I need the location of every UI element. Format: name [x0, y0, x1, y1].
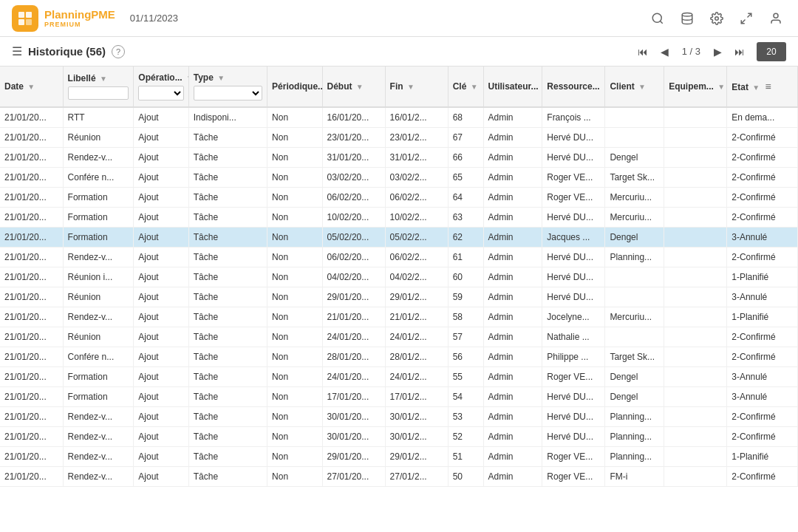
- table-row[interactable]: 21/01/20...RéunionAjoutTâcheNon23/01/20.…: [0, 128, 798, 148]
- table-cell: Ajout: [134, 287, 188, 307]
- col-header-periodique[interactable]: Périodique... ▼: [267, 66, 322, 107]
- col-header-debut[interactable]: Début ▼: [322, 66, 385, 107]
- table-cell: 21/01/20...: [0, 347, 63, 367]
- col-header-fin[interactable]: Fin ▼: [385, 66, 448, 107]
- col-header-cle[interactable]: Clé ▼: [448, 66, 483, 107]
- libelle-filter-input[interactable]: [68, 86, 129, 100]
- table-cell: Non: [267, 327, 322, 347]
- menu-icon[interactable]: ☰: [12, 44, 22, 58]
- col-header-date[interactable]: Date ▼: [0, 66, 63, 107]
- table-cell: Tâche: [188, 128, 267, 148]
- table-cell: Confére n...: [63, 347, 134, 367]
- table-row[interactable]: 21/01/20...Rendez-v...AjoutTâcheNon21/01…: [0, 307, 798, 327]
- col-header-equipement[interactable]: Equipem... ▼: [664, 66, 727, 107]
- table-cell: Admin: [483, 128, 542, 148]
- table-cell: [664, 107, 727, 128]
- table-cell: Ajout: [134, 188, 188, 208]
- type-filter-select[interactable]: Tâche Indisponibilité: [194, 86, 262, 100]
- col-etat-menu-icon[interactable]: ≡: [765, 81, 771, 92]
- table-cell: 29/01/20...: [322, 447, 385, 467]
- table-row[interactable]: 21/01/20...Rendez-v...AjoutTâcheNon30/01…: [0, 427, 798, 447]
- table-cell: FM-i: [605, 467, 664, 487]
- table-row[interactable]: 21/01/20...Confére n...AjoutTâcheNon03/0…: [0, 168, 798, 188]
- table-row[interactable]: 21/01/20...FormationAjoutTâcheNon06/02/2…: [0, 188, 798, 208]
- table-cell: 27/01/2...: [385, 467, 448, 487]
- first-page-button[interactable]: ⏮: [633, 42, 652, 61]
- col-header-utilisateur[interactable]: Utilisateur... ▼: [483, 66, 542, 107]
- table-cell: 06/02/20...: [322, 248, 385, 267]
- svg-rect-1: [26, 12, 32, 18]
- table-cell: [664, 427, 727, 447]
- table-cell: 60: [448, 267, 483, 287]
- table-cell: Non: [267, 107, 322, 128]
- table-row[interactable]: 21/01/20...Rendez-v...AjoutTâcheNon27/01…: [0, 467, 798, 487]
- help-icon[interactable]: ?: [112, 45, 125, 58]
- table-row[interactable]: 21/01/20...Rendez-v...AjoutTâcheNon06/02…: [0, 248, 798, 267]
- table-cell: 29/01/20...: [322, 287, 385, 307]
- share-icon[interactable]: [736, 8, 757, 29]
- table-cell: Réunion: [63, 327, 134, 347]
- table-row[interactable]: 21/01/20...Réunion i...AjoutTâcheNon04/0…: [0, 267, 798, 287]
- table-cell: Tâche: [188, 248, 267, 267]
- table-cell: Ajout: [134, 407, 188, 427]
- subheader-left: ☰ Historique (56) ?: [12, 44, 125, 58]
- col-etat-label: Etat: [732, 82, 748, 92]
- col-header-type[interactable]: Type ▼ Tâche Indisponibilité: [188, 66, 267, 107]
- table-cell: 28/01/2...: [385, 347, 448, 367]
- logo-main: PlanningPME: [44, 8, 115, 21]
- col-fin-label: Fin: [390, 81, 403, 92]
- table-cell: 21/01/20...: [0, 188, 63, 208]
- table-row[interactable]: 21/01/20...Confére n...AjoutTâcheNon28/0…: [0, 347, 798, 367]
- table-cell: 21/01/20...: [0, 228, 63, 248]
- col-header-ressource[interactable]: Ressource... ▼: [542, 66, 605, 107]
- table-row[interactable]: 21/01/20...FormationAjoutTâcheNon17/01/2…: [0, 387, 798, 407]
- table-cell: [664, 267, 727, 287]
- svg-line-9: [741, 19, 745, 23]
- last-page-button[interactable]: ⏭: [730, 42, 749, 61]
- table-cell: [664, 327, 727, 347]
- table-row[interactable]: 21/01/20...FormationAjoutTâcheNon05/02/2…: [0, 228, 798, 248]
- table-row[interactable]: 21/01/20...FormationAjoutTâcheNon10/02/2…: [0, 208, 798, 228]
- table-row[interactable]: 21/01/20...RéunionAjoutTâcheNon24/01/20.…: [0, 327, 798, 347]
- table-row[interactable]: 21/01/20...RTTAjoutIndisponi...Non16/01/…: [0, 107, 798, 128]
- table-cell: 66: [448, 148, 483, 168]
- col-header-operation[interactable]: Opératio... ▼ Ajout: [134, 66, 188, 107]
- table-cell: Non: [267, 427, 322, 447]
- table-cell: Rendez-v...: [63, 248, 134, 267]
- table-cell: Tâche: [188, 168, 267, 188]
- table-cell: Ajout: [134, 128, 188, 148]
- table-cell: Non: [267, 128, 322, 148]
- table-cell: Rendez-v...: [63, 148, 134, 168]
- table-cell: Roger VE...: [542, 168, 605, 188]
- table-cell: Admin: [483, 447, 542, 467]
- prev-page-button[interactable]: ◀: [655, 42, 675, 61]
- table-cell: 64: [448, 188, 483, 208]
- search-icon[interactable]: [647, 8, 668, 29]
- table-cell: Tâche: [188, 467, 267, 487]
- table-cell: Target Sk...: [605, 168, 664, 188]
- next-page-button[interactable]: ▶: [708, 42, 727, 61]
- table-cell: Planning...: [605, 407, 664, 427]
- table-cell: 3-Annulé: [727, 287, 798, 307]
- table-row[interactable]: 21/01/20...RéunionAjoutTâcheNon29/01/20.…: [0, 287, 798, 307]
- database-icon[interactable]: [677, 8, 698, 29]
- table-cell: Formation: [63, 188, 134, 208]
- table-row[interactable]: 21/01/20...Rendez-v...AjoutTâcheNon30/01…: [0, 407, 798, 427]
- user-icon[interactable]: [765, 8, 786, 29]
- table-cell: Tâche: [188, 367, 267, 387]
- col-header-etat[interactable]: Etat ▼ ≡: [727, 66, 798, 107]
- table-cell: 53: [448, 407, 483, 427]
- table-row[interactable]: 21/01/20...Rendez-v...AjoutTâcheNon29/01…: [0, 447, 798, 467]
- operation-filter-select[interactable]: Ajout: [138, 86, 183, 100]
- table-cell: Hervé DU...: [542, 267, 605, 287]
- col-type-sort: ▼: [217, 74, 225, 82]
- settings-icon[interactable]: [706, 8, 727, 29]
- table-cell: Non: [267, 367, 322, 387]
- table-row[interactable]: 21/01/20...FormationAjoutTâcheNon24/01/2…: [0, 367, 798, 387]
- table-cell: Non: [267, 287, 322, 307]
- table-row[interactable]: 21/01/20...Rendez-v...AjoutTâcheNon31/01…: [0, 148, 798, 168]
- col-header-libelle[interactable]: Libellé ▼: [63, 66, 134, 107]
- col-header-client[interactable]: Client ▼: [605, 66, 664, 107]
- table-cell: Admin: [483, 267, 542, 287]
- table-cell: Mercuriu...: [605, 208, 664, 228]
